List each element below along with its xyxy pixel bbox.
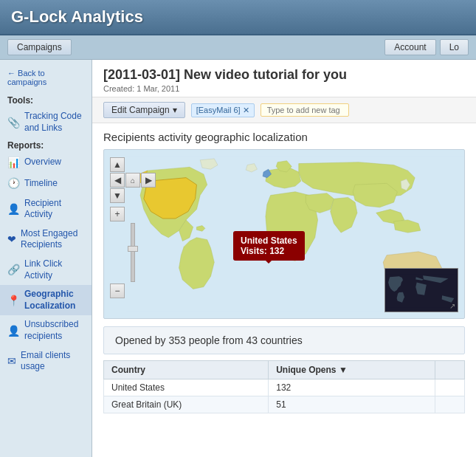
- table-header-opens[interactable]: Unique Opens ▼: [269, 361, 435, 379]
- unsubscribed-icon: 👤: [7, 324, 20, 337]
- map-container[interactable]: ▲ ◀ ⌂ ▶ ▼ + −: [103, 149, 465, 319]
- table-row: United States 132: [104, 379, 465, 396]
- map-controls: ▲ ◀ ⌂ ▶ ▼ + −: [110, 157, 156, 298]
- overview-icon: 📊: [7, 156, 20, 169]
- table-cell-extra: [435, 379, 464, 396]
- recipient-activity-icon: 👤: [7, 202, 20, 216]
- map-pan-down-button[interactable]: ▼: [110, 188, 125, 203]
- table-row: Great Britain (UK) 51: [104, 396, 465, 413]
- edit-campaign-button[interactable]: Edit Campaign ▾: [103, 102, 185, 118]
- tag-label: [EasyMail 6]: [196, 106, 241, 114]
- logout-button[interactable]: Lo: [440, 39, 469, 55]
- sidebar-item-label: Recipient Activity: [24, 198, 84, 221]
- edit-campaign-label: Edit Campaign: [111, 105, 170, 115]
- tag-close-icon[interactable]: ✕: [243, 106, 249, 115]
- content-toolbar: Edit Campaign ▾ [EasyMail 6] ✕: [92, 97, 476, 123]
- campaign-created: Created: 1 Mar, 2011: [103, 84, 465, 93]
- table-cell-opens: 132: [269, 379, 435, 396]
- sidebar-item-label: Overview: [24, 157, 61, 168]
- map-zoom-out-button[interactable]: −: [110, 284, 125, 298]
- table-cell-extra: [435, 396, 464, 413]
- map-zoom-track[interactable]: [131, 223, 135, 282]
- sidebar-item-label: Link Click Activity: [24, 258, 84, 281]
- tooltip-visits: Visits: 132: [241, 246, 297, 256]
- map-zoom-in-button[interactable]: +: [110, 207, 125, 221]
- campaign-title: [2011-03-01] New video tutorial for you: [103, 67, 465, 83]
- mini-map-svg: [385, 269, 458, 312]
- account-button[interactable]: Account: [384, 39, 435, 55]
- sidebar-item-geographic[interactable]: 📍 Geographic Localization: [0, 285, 92, 315]
- mini-map: ↗: [384, 268, 458, 312]
- tooltip-visits-value: 132: [269, 246, 284, 256]
- sidebar-item-unsubscribed[interactable]: 👤 Unsubscribed recipients: [0, 315, 92, 346]
- sidebar-item-tracking-code[interactable]: 📎 Tracking Code and Links: [0, 107, 92, 137]
- table-cell-country: United States: [104, 379, 269, 396]
- timeline-icon: 🕐: [7, 176, 20, 190]
- reports-section-label: Reports:: [0, 137, 92, 152]
- sidebar-item-label: Unsubscribed recipients: [24, 319, 84, 342]
- table-header-country[interactable]: Country: [104, 361, 269, 379]
- topbar-right: Account Lo: [384, 39, 469, 55]
- map-pan-row: ◀ ⌂ ▶: [110, 173, 156, 188]
- tracking-code-icon: 📎: [7, 116, 20, 129]
- sidebar-item-label: Tracking Code and Links: [24, 111, 84, 134]
- sidebar-item-label: Geographic Localization: [24, 289, 84, 312]
- campaign-header: [2011-03-01] New video tutorial for you …: [92, 60, 476, 97]
- sidebar-item-label: Timeline: [24, 178, 58, 190]
- sidebar-item-timeline[interactable]: 🕐 Timeline: [0, 173, 92, 193]
- table-cell-country: Great Britain (UK): [104, 396, 269, 413]
- sidebar: ← Back to campaigns Tools: 📎 Tracking Co…: [0, 60, 92, 457]
- tooltip-country: United States: [241, 236, 297, 246]
- map-home-button[interactable]: ⌂: [125, 173, 140, 188]
- table-cell-opens: 51: [269, 396, 435, 413]
- sidebar-item-label: Most Engaged Recipients: [21, 228, 84, 251]
- sidebar-item-recipient-activity[interactable]: 👤 Recipient Activity: [0, 194, 92, 224]
- campaigns-button[interactable]: Campaigns: [7, 39, 72, 55]
- tag-badge[interactable]: [EasyMail 6] ✕: [191, 103, 255, 117]
- tooltip-visits-label: Visits:: [241, 246, 267, 256]
- map-pan-left-button[interactable]: ◀: [110, 173, 125, 188]
- main-layout: ← Back to campaigns Tools: 📎 Tracking Co…: [0, 60, 476, 457]
- sidebar-item-most-engaged[interactable]: ❤ Most Engaged Recipients: [0, 224, 92, 255]
- most-engaged-icon: ❤: [7, 233, 16, 246]
- country-data-table: Country Unique Opens ▼ United States 132…: [103, 360, 465, 413]
- topbar: Campaigns Account Lo: [0, 35, 476, 60]
- geographic-icon: 📍: [7, 294, 20, 307]
- email-clients-icon: ✉: [7, 354, 16, 368]
- map-pan-right-button[interactable]: ▶: [141, 173, 156, 188]
- map-zoom-handle[interactable]: [128, 246, 138, 252]
- sidebar-item-email-clients[interactable]: ✉ Email clients usage: [0, 346, 92, 377]
- app-title: G-Lock Analytics: [11, 7, 465, 27]
- tools-section-label: Tools:: [0, 92, 92, 107]
- app-header: G-Lock Analytics: [0, 0, 476, 35]
- map-zoom-controls: + −: [110, 207, 156, 298]
- sidebar-item-overview[interactable]: 📊 Overview: [0, 152, 92, 173]
- table-header-row: Country Unique Opens ▼: [104, 361, 465, 379]
- mini-map-expand-icon[interactable]: ↗: [449, 302, 455, 310]
- main-content: [2011-03-01] New video tutorial for you …: [92, 60, 476, 457]
- sidebar-item-link-click[interactable]: 🔗 Link Click Activity: [0, 255, 92, 285]
- tag-input[interactable]: [261, 103, 349, 117]
- table-body: United States 132 Great Britain (UK) 51: [104, 379, 465, 413]
- link-click-icon: 🔗: [7, 263, 20, 276]
- sidebar-item-label: Email clients usage: [21, 350, 84, 373]
- table-header-extra: [435, 361, 464, 379]
- map-section-title: Recipients activity geographic localizat…: [92, 123, 476, 149]
- unique-opens-label: Unique Opens ▼: [276, 365, 348, 375]
- dropdown-arrow-icon: ▾: [173, 105, 177, 115]
- back-to-campaigns-link[interactable]: ← Back to campaigns: [0, 66, 92, 92]
- summary-bar: Opened by 353 people from 43 countries: [103, 326, 465, 354]
- map-tooltip: United States Visits: 132: [233, 231, 305, 261]
- map-pan-up-button[interactable]: ▲: [110, 157, 125, 172]
